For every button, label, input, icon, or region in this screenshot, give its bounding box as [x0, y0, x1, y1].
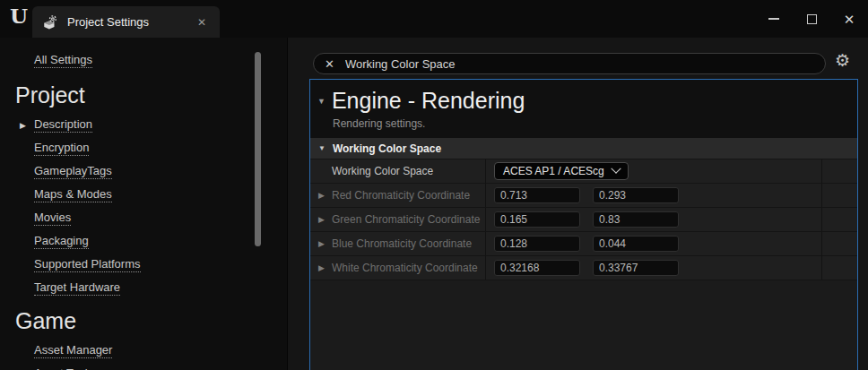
unreal-engine-logo-icon: U: [10, 4, 28, 28]
sidebar-item-label: Description: [34, 117, 92, 133]
sidebar-item-label: Movies: [34, 211, 71, 226]
row-value-cell: [486, 256, 822, 280]
sidebar-section-game: Game: [15, 307, 287, 334]
row-value-cell: [486, 232, 822, 255]
row-extra-cell: [822, 184, 857, 207]
collapse-caret-icon[interactable]: ▼: [317, 97, 326, 106]
row-label-cell: ▶ White Chromaticity Coordinate: [310, 256, 486, 280]
expand-caret-icon[interactable]: ▶: [318, 215, 326, 224]
project-settings-icon: [42, 14, 58, 30]
search-clear-icon[interactable]: ✕: [325, 57, 334, 71]
green-x-field[interactable]: [494, 211, 580, 228]
minimize-button[interactable]: [755, 0, 793, 38]
sidebar-item-label: Asset Tools: [34, 366, 93, 370]
row-working-color-space: Working Color Space ACES AP1 / ACEScg: [310, 159, 857, 183]
property-label: Working Color Space: [332, 165, 433, 177]
row-value-cell: [486, 184, 822, 207]
row-value-cell: [486, 208, 822, 231]
sidebar-item-movies[interactable]: Movies: [34, 211, 287, 223]
titlebar: U Project Settings ✕ ✕: [0, 0, 868, 38]
working-color-space-dropdown[interactable]: ACES AP1 / ACEScg: [494, 162, 629, 180]
panel-title: Engine - Rendering: [332, 88, 525, 114]
panel-subtitle: Rendering settings.: [333, 117, 857, 130]
expand-caret-icon[interactable]: ▶: [318, 191, 326, 200]
sidebar-item-maps-and-modes[interactable]: Maps & Modes: [34, 187, 287, 200]
panel-empty-area: [310, 280, 857, 370]
sidebar-item-label: Asset Manager: [34, 343, 112, 358]
sidebar-item-asset-manager[interactable]: Asset Manager: [34, 343, 287, 356]
sidebar-item-supported-platforms[interactable]: Supported Platforms: [34, 257, 287, 270]
section-title: Working Color Space: [333, 142, 441, 155]
row-red-chromaticity: ▶ Red Chromaticity Coordinate: [310, 183, 857, 207]
blue-y-field[interactable]: [593, 236, 679, 252]
sidebar-item-label: GameplayTags: [34, 164, 112, 179]
tab-project-settings[interactable]: Project Settings ✕: [32, 6, 220, 38]
tab-close-icon[interactable]: ✕: [193, 14, 211, 30]
row-extra-cell: [822, 159, 857, 183]
section-caret-icon: ▼: [318, 144, 326, 152]
chevron-down-icon: [611, 164, 621, 174]
game-section-list: Asset Manager Asset Tools: [0, 343, 287, 370]
close-icon: ✕: [844, 13, 855, 26]
expand-caret-icon[interactable]: ▶: [318, 239, 326, 248]
sidebar-item-all-settings[interactable]: All Settings: [34, 53, 92, 68]
blue-x-field[interactable]: [494, 236, 580, 252]
search-settings-gear-icon[interactable]: ⚙: [835, 50, 850, 71]
row-label-cell: ▶ Red Chromaticity Coordinate: [310, 184, 486, 207]
row-extra-cell: [822, 256, 857, 280]
red-x-field[interactable]: [494, 187, 580, 203]
sidebar-item-label: Target Hardware: [34, 280, 120, 296]
section-working-color-space[interactable]: ▼ Working Color Space: [310, 138, 857, 159]
row-label-cell: ▶ Green Chromaticity Coordinate: [310, 208, 486, 231]
search-input[interactable]: [345, 57, 816, 71]
sidebar-item-label: Packaging: [34, 234, 89, 249]
sidebar-item-gameplaytags[interactable]: GameplayTags: [34, 164, 287, 176]
engine-rendering-panel: ▼ Engine - Rendering Rendering settings.…: [309, 79, 858, 370]
row-value-cell: ACES AP1 / ACEScg: [486, 159, 822, 183]
dropdown-selected-value: ACES AP1 / ACEScg: [503, 165, 604, 177]
project-settings-window: U Project Settings ✕ ✕ All Settings Proj…: [0, 0, 868, 370]
tab-label: Project Settings: [67, 15, 193, 29]
white-x-field[interactable]: [494, 260, 580, 276]
green-y-field[interactable]: [593, 211, 679, 228]
minimize-icon: [768, 18, 779, 20]
sidebar-item-encryption[interactable]: Encryption: [34, 141, 287, 153]
main-area: ✕ ⚙ ▼ Engine - Rendering Rendering setti…: [288, 38, 868, 370]
white-y-field[interactable]: [593, 260, 679, 276]
property-label: Blue Chromaticity Coordinate: [332, 237, 472, 250]
sidebar-item-label: Maps & Modes: [34, 187, 112, 202]
caret-right-icon: ▶: [20, 119, 26, 132]
row-extra-cell: [822, 208, 857, 231]
sidebar-section-project: Project: [15, 82, 287, 108]
maximize-button[interactable]: [793, 0, 830, 38]
sidebar-scrollbar[interactable]: [255, 52, 261, 246]
sidebar-item-label: Encryption: [34, 141, 89, 156]
window-body: All Settings Project ▶ Description Encry…: [0, 38, 868, 370]
property-label: White Chromaticity Coordinate: [332, 262, 478, 274]
window-controls: ✕: [755, 0, 868, 38]
expand-caret-icon[interactable]: ▶: [318, 263, 326, 272]
sidebar-item-target-hardware[interactable]: Target Hardware: [34, 280, 287, 293]
property-label: Green Chromaticity Coordinate: [332, 213, 480, 226]
project-section-list: ▶ Description Encryption GameplayTags Ma…: [0, 117, 287, 293]
sidebar-item-description[interactable]: ▶ Description: [34, 117, 287, 130]
settings-sidebar: All Settings Project ▶ Description Encry…: [0, 38, 288, 370]
maximize-icon: [807, 14, 817, 24]
property-label: Red Chromaticity Coordinate: [332, 189, 470, 202]
row-label-cell: Working Color Space: [310, 159, 486, 183]
sidebar-item-packaging[interactable]: Packaging: [34, 234, 287, 246]
close-button[interactable]: ✕: [830, 0, 868, 38]
sidebar-item-label: Supported Platforms: [34, 257, 141, 272]
row-blue-chromaticity: ▶ Blue Chromaticity Coordinate: [310, 231, 857, 255]
row-label-cell: ▶ Blue Chromaticity Coordinate: [310, 232, 486, 255]
row-white-chromaticity: ▶ White Chromaticity Coordinate: [310, 255, 857, 280]
row-extra-cell: [822, 232, 857, 255]
red-y-field[interactable]: [593, 187, 679, 203]
row-green-chromaticity: ▶ Green Chromaticity Coordinate: [310, 207, 857, 231]
panel-header: ▼ Engine - Rendering Rendering settings.: [310, 80, 857, 138]
search-bar: ✕: [313, 53, 826, 74]
sidebar-item-asset-tools[interactable]: Asset Tools: [34, 366, 287, 370]
